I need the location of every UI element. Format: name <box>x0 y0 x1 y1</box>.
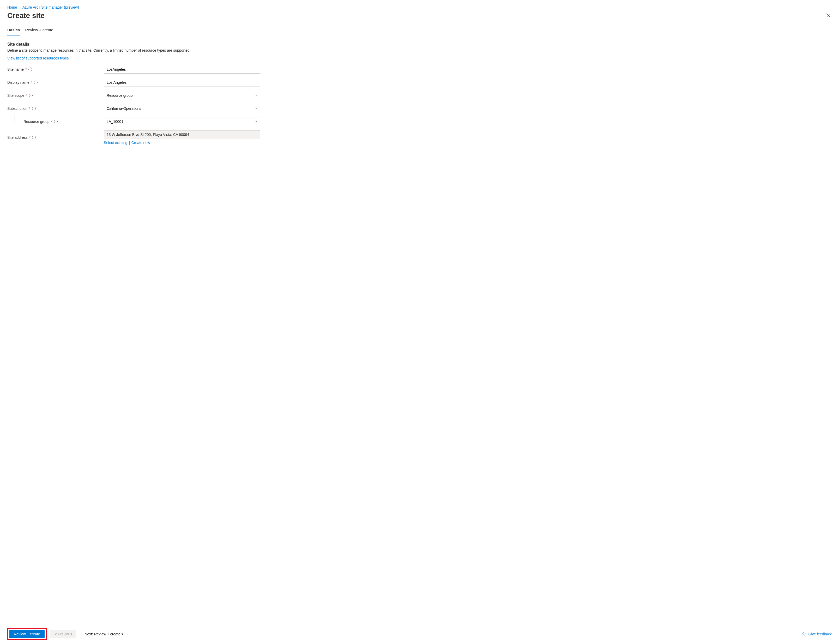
give-feedback-link[interactable]: Give feedback <box>802 632 832 636</box>
site-scope-select[interactable] <box>104 91 260 100</box>
site-address-input[interactable]: 13 W Jefferson Blvd St 200, Playa Vista,… <box>104 130 260 139</box>
breadcrumb-home[interactable]: Home <box>7 5 17 9</box>
required-asterisk: * <box>29 107 30 111</box>
info-icon[interactable]: i <box>32 107 36 110</box>
required-asterisk: * <box>25 67 26 71</box>
chevron-right-icon: › <box>19 5 20 9</box>
tab-review-create[interactable]: Review + create <box>25 26 53 36</box>
label-site-name: Site name <box>7 67 24 71</box>
required-asterisk: * <box>26 94 27 97</box>
label-resource-group: Resource group <box>23 120 49 124</box>
info-icon[interactable]: i <box>54 120 57 123</box>
info-icon[interactable]: i <box>32 136 36 139</box>
resource-group-select[interactable] <box>104 117 260 126</box>
close-icon[interactable] <box>825 12 832 20</box>
chevron-right-icon: › <box>81 5 82 9</box>
display-name-input[interactable] <box>104 78 260 87</box>
supported-resources-link[interactable]: View list of supported resources types <box>7 56 832 60</box>
svg-point-2 <box>803 632 804 634</box>
give-feedback-label: Give feedback <box>808 632 832 636</box>
next-button[interactable]: Next: Review + create > <box>80 630 128 638</box>
required-asterisk: * <box>29 135 31 140</box>
section-heading: Site details <box>7 42 832 47</box>
info-icon[interactable]: i <box>28 67 32 71</box>
info-icon[interactable]: i <box>34 80 38 84</box>
tab-basics[interactable]: Basics <box>7 26 20 36</box>
highlight-box: Review + create <box>7 628 47 640</box>
breadcrumb: Home › Azure Arc | Site manager (preview… <box>7 5 832 9</box>
breadcrumb-arc-site-manager[interactable]: Azure Arc | Site manager (preview) <box>23 5 79 9</box>
label-site-address: Site address <box>7 135 28 140</box>
feedback-icon <box>802 632 806 636</box>
required-asterisk: * <box>51 120 53 124</box>
footer: Review + create < Previous Next: Review … <box>0 624 839 644</box>
label-subscription: Subscription <box>7 107 27 111</box>
label-display-name: Display name <box>7 80 30 84</box>
select-existing-link[interactable]: Select existing <box>104 141 127 145</box>
subscription-select[interactable] <box>104 104 260 113</box>
site-name-input[interactable] <box>104 65 260 74</box>
page-title: Create site <box>7 12 44 20</box>
info-icon[interactable]: i <box>29 94 33 97</box>
label-site-scope: Site scope <box>7 94 24 97</box>
separator: | <box>129 141 130 145</box>
required-asterisk: * <box>31 80 32 84</box>
review-create-button[interactable]: Review + create <box>9 630 44 638</box>
section-description: Define a site scope to manage resources … <box>7 48 832 53</box>
tabs: Basics Review + create <box>7 26 832 36</box>
previous-button: < Previous <box>50 630 77 638</box>
create-new-link[interactable]: Create new <box>131 141 150 145</box>
tree-connector <box>15 115 21 122</box>
